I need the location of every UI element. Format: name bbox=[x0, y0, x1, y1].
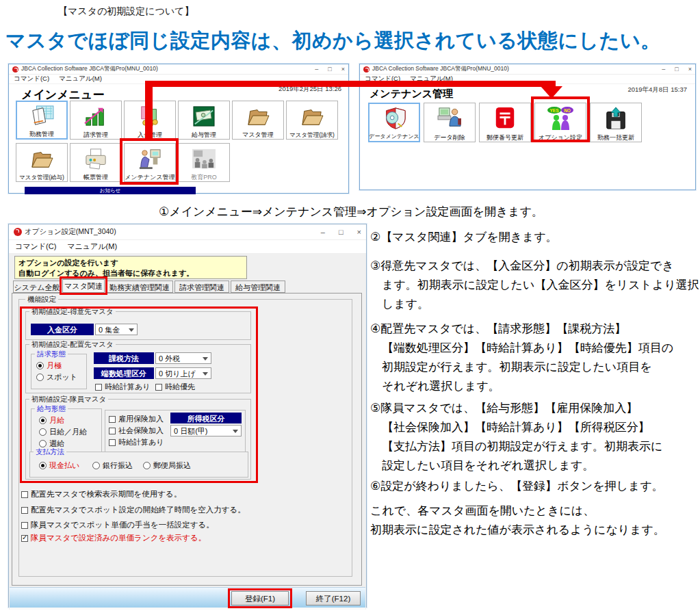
dialog-title: オプション設定(MNT_3040) bbox=[25, 227, 116, 237]
step6-text: ⑥設定が終わりましたら、【登録】ボタンを押します。 bbox=[370, 477, 700, 496]
maximize-button[interactable]: □ bbox=[328, 66, 331, 73]
tab-master-kanren[interactable]: マスタ関連 bbox=[62, 279, 105, 293]
exit-button[interactable]: 終了(F12) bbox=[306, 591, 361, 605]
income-tax-dropdown[interactable]: 0 日額(甲) bbox=[170, 425, 242, 436]
checkbox-label: 時給優先 bbox=[165, 382, 195, 392]
tile-seikyu-kanri[interactable]: 請求管理 bbox=[70, 101, 122, 140]
checkbox-jikyu-keisan-staff[interactable]: 時給計算あり bbox=[109, 437, 164, 447]
radio-yubinkyoku-furikomi[interactable]: 郵便局振込 bbox=[143, 460, 191, 471]
datetime: 2019年4月8日 15:37 bbox=[627, 86, 687, 94]
tile-yubin-bango-koshin[interactable]: 郵便番号更新 bbox=[479, 103, 531, 142]
checkbox-label: 社会保険加入 bbox=[118, 426, 164, 436]
notebook-icon bbox=[29, 105, 55, 127]
maximize-button[interactable]: □ bbox=[675, 66, 678, 73]
checkbox-spot-time-blank[interactable]: 配置先マスタでスポット設定の開始終了時間を空入力する。 bbox=[21, 505, 246, 515]
printer-icon bbox=[83, 148, 109, 170]
checkbox-jikyu-yusen[interactable]: 時給優先 bbox=[155, 382, 195, 392]
radio-genkin[interactable]: 現金払い bbox=[39, 460, 79, 471]
app-logo-icon bbox=[14, 228, 22, 236]
status-strip bbox=[10, 608, 365, 610]
radio-icon bbox=[36, 362, 44, 369]
tile-label: マスタ管理 bbox=[242, 131, 274, 139]
tile-kyoiku-pro[interactable]: 教育PRO bbox=[178, 143, 230, 182]
tile-label: 勤務管理 bbox=[29, 130, 54, 138]
app-logo-icon bbox=[363, 66, 370, 73]
page-note: 【マスタの初期設定について】 bbox=[58, 5, 194, 18]
radio-nikkyu-gekkyu[interactable]: 日給／月給 bbox=[39, 427, 87, 437]
tab-seikyu-kanren[interactable]: 請求管理関連 bbox=[174, 281, 229, 293]
window-title: JBCA Collection Software JBCA警備Pro(MNU_0… bbox=[372, 65, 509, 73]
radio-label: 月極 bbox=[47, 361, 62, 371]
step2-text: ②【マスタ関連】タブを開きます。 bbox=[370, 228, 700, 247]
tab-system-zenpan[interactable]: システム全般 bbox=[13, 281, 61, 293]
checkbox-shakai-hoken[interactable]: 社会保険加入 bbox=[109, 426, 164, 436]
checkbox-search-period[interactable]: 配置先マスタで検索表示期間を使用する。 bbox=[21, 489, 181, 499]
tile-kyuyo-kanri[interactable]: 給与管理 bbox=[178, 101, 230, 140]
checkbox-label: 隊員マスタで設定済みの単価ランクを表示する。 bbox=[31, 533, 206, 543]
groupbox-customer-title: 初期値設定-得意先マスタ bbox=[29, 307, 116, 317]
annotation-arrow-vertical bbox=[145, 81, 153, 140]
checkbox-tanka-rank-display[interactable]: 隊員マスタで設定済みの単価ランクを表示する。 bbox=[21, 533, 206, 543]
tile-data-sakujo[interactable]: データ削除 bbox=[424, 103, 476, 142]
tab-kyuyo-kanren[interactable]: 給与管理関連 bbox=[231, 281, 285, 293]
radio-gekkyu[interactable]: 月給 bbox=[39, 415, 64, 426]
tile-kinmu-ikkatsu-koshin[interactable]: 勤務一括更新 bbox=[590, 103, 642, 142]
dialog-body: オプションの設定を行います 自動ログインするのみ、担当者毎に保存されます。 シス… bbox=[9, 254, 366, 610]
maximize-button[interactable]: □ bbox=[339, 228, 343, 236]
close-button[interactable]: × bbox=[688, 66, 692, 73]
checkbox-icon bbox=[95, 384, 102, 391]
deposit-category-label: 入金区分 bbox=[31, 324, 94, 335]
groupbox-staff-title: 初期値設定-隊員マスタ bbox=[29, 395, 108, 404]
menu-command[interactable]: コマンド(C) bbox=[14, 75, 49, 83]
window-title: JBCA Collection Software JBCA警備Pro(MNU_0… bbox=[21, 65, 158, 73]
tile-data-maintenance[interactable]: データメンテナンス bbox=[368, 103, 420, 142]
radio-icon bbox=[39, 417, 47, 424]
register-button[interactable]: 登録(F1) bbox=[231, 591, 289, 605]
tile-chohyo-kanri[interactable]: 帳票管理 bbox=[70, 143, 122, 182]
radio-icon bbox=[143, 462, 151, 469]
tile-maintenance-kanri[interactable]: メンテナンス管理 bbox=[124, 143, 176, 182]
annotation-arrow-head bbox=[541, 86, 562, 99]
menu-manual[interactable]: マニュアル(M) bbox=[59, 75, 102, 83]
tile-option-settei[interactable]: YESNO オプション設定 bbox=[534, 103, 586, 142]
radio-spot[interactable]: スポット bbox=[36, 372, 77, 382]
checkbox-label: 時給計算あり bbox=[105, 382, 151, 392]
minimize-button[interactable]: – bbox=[321, 228, 325, 236]
tile-master-kanri-seikyu[interactable]: マスタ管理(請求) bbox=[286, 101, 338, 140]
radio-icon bbox=[36, 374, 44, 381]
tile-label: オプション設定 bbox=[539, 133, 582, 142]
deposit-category-dropdown[interactable]: 0 集金 bbox=[95, 324, 138, 335]
income-tax-label: 所得税区分 bbox=[170, 413, 242, 423]
tax-method-dropdown[interactable]: 0 外税 bbox=[155, 352, 211, 364]
checkbox-icon bbox=[109, 428, 116, 434]
tile-master-kanri[interactable]: マスタ管理 bbox=[232, 101, 284, 140]
minimize-button[interactable]: – bbox=[315, 66, 318, 73]
minimize-button[interactable]: – bbox=[662, 66, 665, 73]
rounding-dropdown[interactable]: 0 切り上げ bbox=[155, 367, 211, 379]
checkbox-spot-tanka-teate[interactable]: 隊員マスタでスポット単価の手当を一括設定する。 bbox=[21, 520, 214, 530]
tile-kinmu-kanri[interactable]: 勤務管理 bbox=[16, 101, 68, 140]
tab-kinmu-jisseki[interactable]: 勤務実績管理関連 bbox=[106, 281, 173, 293]
tile-master-kanri-kyuyo[interactable]: マスタ管理(給与) bbox=[16, 143, 68, 182]
checkbox-icon bbox=[109, 439, 116, 446]
radio-icon bbox=[39, 428, 47, 436]
rounding-label: 端数処理区分 bbox=[94, 367, 154, 379]
payroll-icon bbox=[191, 105, 217, 127]
checkbox-icon bbox=[109, 416, 116, 423]
menu-command[interactable]: コマンド(C) bbox=[15, 242, 56, 252]
radio-getsugoku[interactable]: 月極 bbox=[36, 361, 62, 371]
close-button[interactable]: × bbox=[357, 228, 361, 236]
checkbox-icon bbox=[21, 507, 28, 514]
close-button[interactable]: × bbox=[341, 66, 345, 73]
option-settings-dialog: オプション設定(MNT_3040) – □ × コマンド(C) マニュアル(M)… bbox=[8, 224, 367, 608]
dialog-menu-bar: コマンド(C) マニュアル(M) bbox=[9, 240, 366, 254]
menu-manual[interactable]: マニュアル(M) bbox=[67, 242, 117, 252]
radio-ginko-furikomi[interactable]: 銀行振込 bbox=[92, 460, 133, 471]
postal-mark-icon bbox=[492, 107, 518, 130]
floppy-upload-icon bbox=[603, 107, 629, 130]
checkbox-jikyu-keisan-site[interactable]: 時給計算あり bbox=[95, 382, 151, 392]
tile-label: マスタ管理(請求) bbox=[289, 131, 335, 139]
checkbox-koyo-hoken[interactable]: 雇用保険加入 bbox=[109, 414, 164, 424]
screen-title: メンテナンス管理 bbox=[370, 88, 453, 101]
checkbox-label: 隊員マスタでスポット単価の手当を一括設定する。 bbox=[31, 520, 214, 530]
